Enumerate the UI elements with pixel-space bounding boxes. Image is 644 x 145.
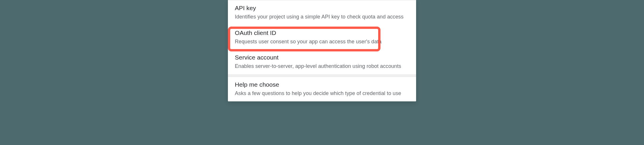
menu-item-help-me-choose[interactable]: Help me choose Asks a few questions to h…	[228, 77, 416, 102]
menu-item-service-account[interactable]: Service account Enables server-to-server…	[228, 50, 416, 75]
menu-item-title: Help me choose	[235, 81, 409, 88]
menu-item-oauth-client-id[interactable]: OAuth client ID Requests user consent so…	[228, 25, 416, 50]
menu-item-description: Identifies your project using a simple A…	[235, 13, 409, 20]
menu-item-title: Service account	[235, 54, 409, 61]
menu-item-description: Asks a few questions to help you decide …	[235, 90, 409, 97]
menu-item-description: Requests user consent so your app can ac…	[235, 38, 409, 45]
menu-item-api-key[interactable]: API key Identifies your project using a …	[228, 0, 416, 25]
menu-item-title: API key	[235, 4, 409, 12]
menu-item-title: OAuth client ID	[235, 29, 409, 37]
create-credentials-dropdown: API key Identifies your project using a …	[228, 0, 416, 101]
section-divider	[228, 75, 416, 77]
menu-item-description: Enables server-to-server, app-level auth…	[235, 63, 409, 70]
